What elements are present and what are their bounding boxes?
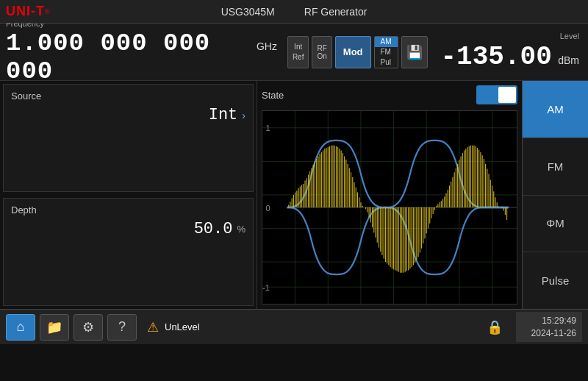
chart-area: 1 0 -1 (262, 110, 517, 305)
status-text: UnLevel (165, 321, 200, 332)
lock-button[interactable]: 🔒 (487, 319, 503, 335)
fm-item[interactable]: FM (375, 47, 398, 57)
model-label: USG3045M (221, 6, 275, 18)
warning-icon: ⚠ (147, 319, 159, 335)
am-button[interactable]: AM (523, 81, 588, 138)
pulse-button[interactable]: Pulse (523, 252, 588, 309)
save-button[interactable]: 💾 (401, 36, 428, 68)
freq-unit: GHz (257, 40, 277, 52)
rfon-button[interactable]: RF On (312, 36, 331, 68)
source-value: Int (209, 106, 238, 124)
am-fm-pul-block: AM FM Pul (374, 36, 398, 68)
time-display: 15:29:49 (522, 315, 576, 327)
level-unit: dBm (558, 54, 579, 66)
freq-row: 1.000 000 000 000 GHz (6, 29, 277, 85)
svg-text:1: 1 (265, 124, 270, 132)
am-item[interactable]: AM (375, 37, 398, 47)
home-button[interactable]: ⌂ (6, 314, 35, 341)
settings-button[interactable]: ⚙ (74, 314, 103, 341)
freq-section: Frequency 1.000 000 000 000 GHz (0, 24, 283, 80)
freq-value: 1.000 000 000 000 (6, 29, 254, 85)
clock-area: 15:29:49 2024-11-26 (516, 312, 582, 343)
home-icon: ⌂ (17, 319, 25, 335)
source-value-row: Int › (11, 106, 245, 124)
state-toggle[interactable] (476, 85, 517, 104)
center-panel: State (257, 81, 522, 309)
depth-panel: Depth 50.0 % (3, 198, 254, 306)
title-center: USG3045M RF Generator (221, 6, 368, 18)
title-bar: UNI-T® USG3045M RF Generator (0, 0, 588, 24)
depth-value: 50.0 (194, 220, 233, 238)
right-sidebar: AM FM ΦM Pulse (522, 81, 588, 309)
mod-controls: Int Ref RF On Mod AM FM Pul 💾 (283, 24, 432, 80)
source-label: Source (11, 90, 245, 102)
svg-text:-1: -1 (262, 283, 270, 292)
am-label: AM (547, 103, 564, 115)
logo: UNI-T® (6, 4, 50, 19)
level-section: Level -135.00 dBm (432, 24, 588, 80)
svg-text:0: 0 (265, 203, 270, 212)
phim-button[interactable]: ΦM (523, 196, 588, 253)
source-arrow[interactable]: › (242, 110, 245, 121)
mod-button[interactable]: Mod (335, 36, 371, 68)
help-button[interactable]: ? (107, 314, 137, 341)
depth-value-row: 50.0 % (11, 220, 245, 238)
int-label: Int (294, 42, 302, 52)
bottom-bar: ⌂ 📁 ⚙ ? ⚠ UnLevel 🔒 15:29:49 2024-11-26 (0, 309, 588, 344)
lock-icon: 🔒 (487, 320, 503, 335)
type-label: RF Generator (304, 6, 368, 18)
level-value: -135.00 (441, 42, 552, 72)
folder-icon: 📁 (46, 319, 62, 335)
settings-icon: ⚙ (82, 319, 94, 335)
logo-tm: ® (45, 8, 50, 15)
level-label: Level (560, 32, 579, 40)
toggle-knob (498, 87, 516, 103)
level-row: -135.00 dBm (441, 42, 579, 72)
intref-button[interactable]: Int Ref (287, 36, 309, 68)
depth-unit: % (237, 224, 245, 235)
top-controls: Frequency 1.000 000 000 000 GHz Int Ref … (0, 24, 588, 81)
status-area: ⚠ UnLevel (147, 319, 482, 335)
logo-text: UNI-T (6, 4, 45, 19)
pul-item[interactable]: Pul (375, 57, 398, 68)
fm-label: FM (548, 160, 564, 173)
fm-button[interactable]: FM (523, 138, 588, 196)
depth-label: Depth (11, 204, 245, 216)
date-display: 2024-11-26 (522, 327, 576, 340)
source-panel: Source Int › (3, 84, 254, 192)
left-panels: Source Int › Depth 50.0 % (0, 81, 257, 309)
state-label: State (262, 90, 284, 101)
ref-label: Ref (293, 52, 304, 63)
phim-label: ΦM (546, 217, 564, 229)
state-section: State (262, 85, 517, 104)
help-icon: ? (118, 319, 126, 335)
save-icon: 💾 (406, 44, 423, 60)
main-content: Source Int › Depth 50.0 % State (0, 81, 588, 309)
rf-label: RF (317, 44, 326, 52)
folder-button[interactable]: 📁 (40, 314, 69, 341)
pulse-label: Pulse (542, 274, 570, 287)
mod-label: Mod (343, 46, 363, 57)
on-label: On (317, 52, 326, 60)
